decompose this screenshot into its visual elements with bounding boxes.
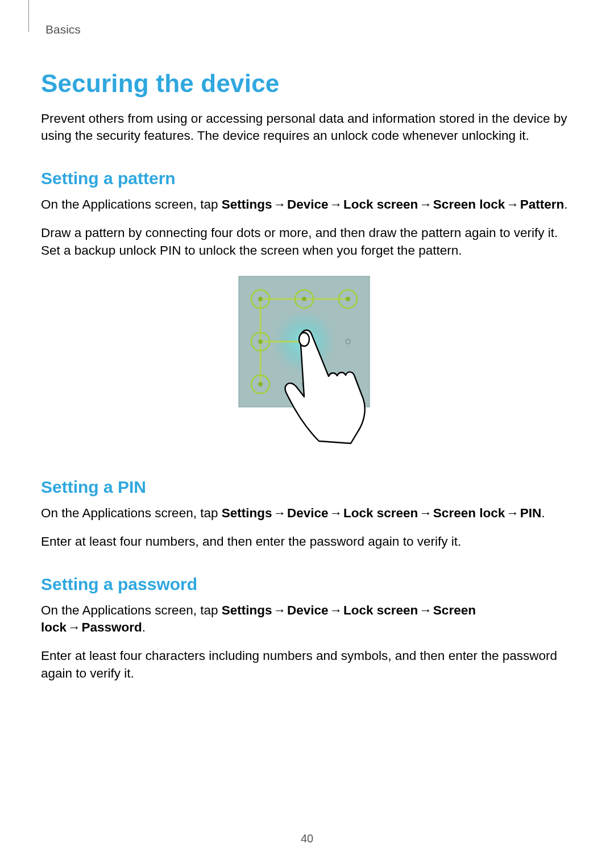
arrow-icon: →: [418, 603, 433, 617]
intro-paragraph: Prevent others from using or accessing p…: [41, 110, 573, 145]
nav-settings: Settings: [222, 197, 272, 211]
arrow-icon: →: [329, 506, 344, 520]
nav-lockscreen: Lock screen: [343, 603, 418, 617]
pattern-nav-paragraph: On the Applications screen, tap Settings…: [41, 196, 573, 213]
svg-point-8: [258, 297, 263, 301]
arrow-icon: →: [418, 506, 433, 520]
pattern-illustration: [233, 272, 381, 454]
pin-nav-paragraph: On the Applications screen, tap Settings…: [41, 505, 573, 522]
period: .: [142, 620, 146, 634]
arrow-icon: →: [505, 506, 520, 520]
password-desc: Enter at least four characters including…: [41, 647, 573, 682]
period: .: [541, 506, 545, 520]
arrow-icon: →: [272, 506, 287, 520]
page: Basics Securing the device Prevent other…: [0, 0, 614, 868]
nav-device: Device: [287, 197, 329, 211]
arrow-icon: →: [272, 603, 287, 617]
text: On the Applications screen, tap: [41, 506, 222, 520]
nav-settings: Settings: [222, 506, 272, 520]
svg-point-14: [258, 339, 263, 344]
password-nav-paragraph: On the Applications screen, tap Settings…: [41, 602, 573, 637]
pin-desc: Enter at least four numbers, and then en…: [41, 533, 573, 550]
heading-pin: Setting a PIN: [41, 477, 573, 497]
nav-settings: Settings: [222, 603, 272, 617]
nav-password: Password: [82, 620, 142, 634]
pattern-desc: Draw a pattern by connecting four dots o…: [41, 225, 573, 259]
arrow-icon: →: [418, 197, 433, 211]
text: On the Applications screen, tap: [41, 197, 222, 211]
nav-device: Device: [287, 506, 329, 520]
arrow-icon: →: [329, 197, 344, 211]
svg-point-12: [346, 297, 350, 301]
nav-screenlock: Screen lock: [433, 506, 505, 520]
arrow-icon: →: [505, 197, 520, 211]
nav-device: Device: [287, 603, 329, 617]
text: On the Applications screen, tap: [41, 603, 222, 617]
page-title: Securing the device: [41, 69, 573, 98]
svg-point-17: [258, 382, 263, 387]
nav-screenlock: Screen lock: [433, 197, 505, 211]
period: .: [564, 197, 567, 211]
page-number: 40: [0, 832, 614, 845]
arrow-icon: →: [272, 197, 287, 211]
nav-pin: PIN: [520, 506, 542, 520]
arrow-icon: →: [67, 620, 82, 634]
arrow-icon: →: [329, 603, 344, 617]
pattern-figure: [41, 272, 573, 454]
svg-point-19: [299, 333, 309, 346]
heading-pattern: Setting a pattern: [41, 169, 573, 188]
svg-point-10: [302, 297, 306, 301]
nav-lockscreen: Lock screen: [343, 197, 418, 211]
section-label: Basics: [45, 23, 573, 36]
nav-pattern: Pattern: [520, 197, 565, 211]
header-rule: [28, 0, 29, 32]
nav-lockscreen: Lock screen: [343, 506, 418, 520]
heading-password: Setting a password: [41, 575, 573, 594]
